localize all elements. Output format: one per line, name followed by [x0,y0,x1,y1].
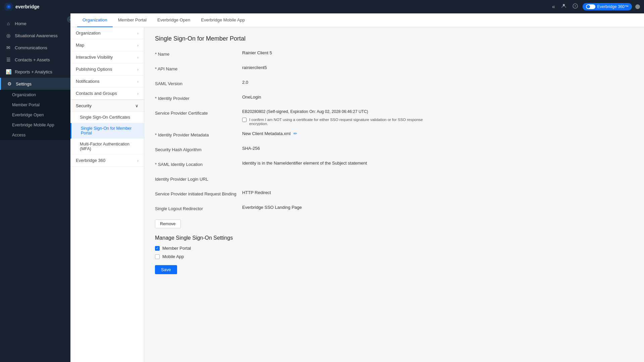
second-nav-mfa[interactable]: Multi-Factor Authentication (MFA) [70,139,144,155]
contacts-assets-icon: ☰ [5,57,11,62]
field-identity-provider: * Identity Provider OneLogin [155,95,633,104]
mobile-app-checkbox[interactable] [155,254,160,259]
sidebar: « ⌂ Home ◎ Situational Awareness ✉ Commu… [0,13,70,362]
mobile-app-checkbox-label: Mobile App [162,254,184,259]
sidebar-sub-everbridge-open[interactable]: Everbridge Open [0,110,70,120]
field-idp-metadata-value: New Client Metadata.xml ✏ [242,131,297,136]
tab-everbridge-mobile-app[interactable]: Everbridge Mobile App [196,13,250,27]
field-service-provider-cert: Service Provider Certificate EB20280802 … [155,109,633,126]
field-name-value: Rainier Client 5 [242,50,272,55]
second-nav-sso-member-portal[interactable]: Single Sign-On for Member Portal [70,123,144,139]
svg-point-2 [8,6,10,8]
logo-text: everbridge [15,4,40,9]
member-portal-checkbox[interactable]: ✓ [155,246,160,251]
security-header[interactable]: Security ∨ [70,100,144,112]
cert-note-text: I confirm I am NOT using a certificate f… [249,118,424,126]
sidebar-item-contacts-label: Contacts + Assets [15,57,50,62]
field-saml-identity-value: Identity is in the NameIdentifier elemen… [242,161,367,166]
chevron-right-icon: › [137,79,139,83]
sidebar-sub-everbridge-mobile[interactable]: Everbridge Mobile App [0,120,70,130]
sidebar-item-reports-analytics[interactable]: 📊 Reports + Analytics [0,66,70,78]
svg-point-3 [563,4,565,6]
field-name: * Name Rainier Client 5 [155,50,633,60]
help-button[interactable]: ? [571,2,579,11]
top-navigation: everbridge « ? Everbridge 360™ [0,0,644,13]
field-name-label: * Name [155,50,242,57]
main-container: Organization Member Portal Everbridge Op… [70,13,644,362]
field-idp-metadata-label: * Identity Provider Metadata [155,131,242,137]
tab-everbridge-open[interactable]: Everbridge Open [152,13,196,27]
sidebar-sub-access[interactable]: Access [0,130,70,140]
sso-member-portal-row: ✓ Member Portal [155,246,633,251]
sidebar-item-contacts-assets[interactable]: ☰ Contacts + Assets [0,54,70,66]
field-hash-algorithm-value: SHA-256 [242,146,260,151]
sidebar-item-communications-label: Communications [15,45,47,50]
user-button[interactable] [560,2,568,11]
field-cert-value: EB20280802 (Self-signed, Expiration On: … [242,109,368,116]
field-identity-provider-value: OneLogin [242,95,261,100]
situational-awareness-icon: ◎ [5,33,11,38]
field-idp-metadata: * Identity Provider Metadata New Client … [155,131,633,140]
field-sp-request-binding-value: HTTP Redirect [242,190,271,195]
second-nav-publishing-options[interactable]: Publishing Options › [70,63,144,75]
second-nav-interactive-visibility[interactable]: Interactive Visibility › [70,51,144,63]
field-idp-login-url-label: Identity Provider Login URL [155,175,242,182]
sidebar-item-situational-awareness[interactable]: ◎ Situational Awareness [0,29,70,42]
home-icon: ⌂ [5,21,11,26]
field-hash-algorithm-label: Security Hash Algorithm [155,146,242,152]
sidebar-sub-menu: Organization Member Portal Everbridge Op… [0,90,70,140]
everbridge-360-toggle[interactable]: Everbridge 360™ [583,3,632,10]
content-tabs: Organization Member Portal Everbridge Op… [70,13,644,27]
field-api-name-value: rainierclient5 [242,65,267,70]
second-nav-map[interactable]: Map › [70,39,144,51]
tab-organization[interactable]: Organization [77,13,113,27]
chevron-down-icon: ∨ [135,103,139,108]
collapse-button[interactable]: « [551,2,556,11]
page-title: Single Sign-On for Member Portal [155,35,633,42]
nav-right: « ? Everbridge 360™ [551,2,640,11]
second-nav-everbridge-360[interactable]: Everbridge 360 › [70,155,144,167]
second-nav-sso-certificates[interactable]: Single Sign-On Certificates [70,112,144,123]
content-area: Organization › Map › Interactive Visibil… [70,27,644,362]
manage-sso-title: Manage Single Sign-On Settings [155,235,633,241]
second-nav-organization[interactable]: Organization › [70,27,144,39]
field-cert-label: Service Provider Certificate [155,109,242,116]
save-button[interactable]: Save [155,265,177,274]
sidebar-item-settings[interactable]: ⚙ Settings [0,78,70,90]
field-api-name: * API Name rainierclient5 [155,65,633,74]
chevron-right-icon: › [137,55,139,59]
sidebar-item-situational-label: Situational Awareness [15,33,58,38]
settings-icon: ⚙ [6,81,12,86]
logo: everbridge [4,2,40,11]
sidebar-item-communications[interactable]: ✉ Communications [0,42,70,54]
chevron-right-icon: › [137,67,139,71]
field-idp-login-url: Identity Provider Login URL [155,175,633,185]
sidebar-sub-organization[interactable]: Organization [0,90,70,100]
second-nav-notifications[interactable]: Notifications › [70,75,144,87]
sso-mobile-app-row: Mobile App [155,254,633,259]
communications-icon: ✉ [5,45,11,50]
sidebar-item-home[interactable]: ⌂ Home [0,17,70,29]
toggle-switch [586,4,595,9]
sidebar-item-reports-label: Reports + Analytics [15,69,52,74]
sidebar-item-settings-label: Settings [16,81,32,86]
member-portal-checkbox-label: Member Portal [162,246,191,251]
cert-not-using-checkbox[interactable] [242,118,247,122]
tab-member-portal[interactable]: Member Portal [113,13,152,27]
sidebar-sub-member-portal[interactable]: Member Portal [0,100,70,110]
remove-button[interactable]: Remove [155,220,181,228]
security-submenu: Single Sign-On Certificates Single Sign-… [70,112,144,155]
second-nav-contacts-groups[interactable]: Contacts and Groups › [70,87,144,100]
field-identity-provider-label: * Identity Provider [155,95,242,101]
chevron-right-icon: › [137,43,139,47]
field-single-logout-label: Single Logout Redirector [155,205,242,211]
field-saml-version-value: 2.0 [242,80,248,85]
security-section: Security ∨ Single Sign-On Certificates S… [70,100,144,155]
edit-metadata-icon[interactable]: ✏ [293,131,297,136]
field-single-logout: Single Logout Redirector Everbridge SSO … [155,205,633,214]
field-sp-request-binding: Service Provider initiated Request Bindi… [155,190,633,199]
second-navigation: Organization › Map › Interactive Visibil… [70,27,144,362]
chevron-right-icon: › [137,92,139,96]
sidebar-item-home-label: Home [15,21,26,26]
main-content: Single Sign-On for Member Portal * Name … [144,27,644,362]
